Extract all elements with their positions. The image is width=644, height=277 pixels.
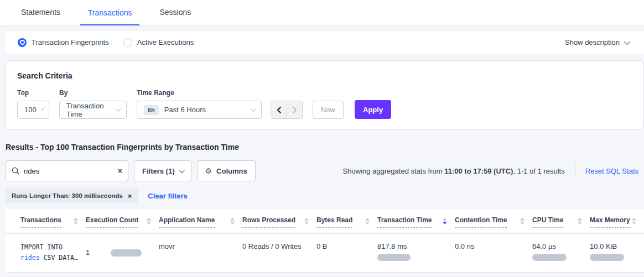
clear-search-icon[interactable]: × bbox=[118, 166, 122, 175]
column-header-execution-count[interactable]: Execution Count bbox=[86, 209, 159, 233]
sort-icon[interactable] bbox=[74, 218, 78, 224]
top-select-value: 100 bbox=[24, 106, 37, 114]
time-range-stepper bbox=[271, 101, 303, 119]
radio-transaction-fingerprints[interactable]: Transaction Fingerprints bbox=[18, 38, 109, 47]
cell-max-memory: 10.0 KiB bbox=[590, 234, 644, 272]
table-row: IMPORT INTO rides CSV DATA… 1 movr 0 Rea… bbox=[6, 234, 644, 273]
show-description-label: Show description bbox=[565, 38, 620, 46]
sort-icon[interactable] bbox=[147, 218, 151, 224]
filter-pill-runs-longer-than: Runs Longer Than: 300 milliseconds × bbox=[6, 189, 138, 203]
results-search-box: × bbox=[6, 160, 128, 181]
radio-label: Active Executions bbox=[137, 38, 194, 46]
columns-button-label: Columns bbox=[216, 167, 247, 175]
cell-execution-count: 1 bbox=[86, 234, 159, 272]
results-toolbar: × Filters (1) ⚙ Columns Showing aggregat… bbox=[6, 160, 638, 181]
filters-button[interactable]: Filters (1) bbox=[134, 160, 191, 181]
time-range-badge: 6h bbox=[144, 105, 159, 115]
tab-sessions[interactable]: Sessions bbox=[152, 1, 199, 25]
table-header-row: Transactions Execution Count Application… bbox=[6, 209, 644, 234]
chevron-down-icon bbox=[41, 107, 45, 111]
cell-application-name: movr bbox=[159, 234, 242, 272]
cell-rows-processed: 0 Reads / 0 Writes bbox=[242, 234, 316, 272]
column-header-max-memory[interactable]: Max Memory bbox=[590, 209, 644, 233]
time-range-label: Time Range bbox=[137, 89, 262, 97]
by-field: By Transaction Time bbox=[59, 89, 127, 119]
column-header-contention-time[interactable]: Contention Time bbox=[455, 209, 532, 233]
radio-active-executions[interactable]: Active Executions bbox=[123, 38, 194, 47]
transaction-time-bar bbox=[377, 254, 411, 261]
sql-activity-tabbar: Statements Transactions Sessions bbox=[0, 0, 644, 25]
cell-transaction-time: 817.8 ms bbox=[377, 234, 455, 272]
time-range-select[interactable]: 6h Past 6 Hours bbox=[137, 101, 262, 119]
by-select[interactable]: Transaction Time bbox=[59, 101, 127, 119]
column-header-rows-processed[interactable]: Rows Processed bbox=[242, 209, 316, 233]
radio-selected-icon bbox=[18, 38, 27, 47]
max-memory-bar bbox=[590, 254, 624, 261]
divider bbox=[575, 163, 575, 179]
chevron-down-icon bbox=[116, 107, 121, 112]
search-icon bbox=[12, 167, 19, 175]
sql-line-2: rides CSV DATA… bbox=[20, 253, 78, 263]
chevron-left-icon bbox=[277, 107, 282, 113]
execution-count-bar bbox=[111, 249, 142, 257]
time-range-field: Time Range 6h Past 6 Hours bbox=[137, 89, 262, 119]
search-criteria-card: Search Criteria Top 100 By Transaction T… bbox=[6, 60, 644, 129]
remove-filter-icon[interactable]: × bbox=[128, 192, 132, 200]
cell-contention-time: 0.0 ns bbox=[455, 234, 532, 272]
top-field: Top 100 bbox=[17, 89, 49, 119]
results-heading: Results - Top 100 Transaction Fingerprin… bbox=[6, 143, 644, 151]
tab-transactions[interactable]: Transactions bbox=[80, 2, 140, 25]
column-header-bytes-read[interactable]: Bytes Read bbox=[316, 209, 377, 233]
cell-transaction-fingerprint[interactable]: IMPORT INTO rides CSV DATA… bbox=[20, 234, 86, 272]
top-select[interactable]: 100 bbox=[17, 101, 49, 119]
results-table: Transactions Execution Count Application… bbox=[6, 209, 644, 273]
sort-icon[interactable] bbox=[230, 218, 235, 224]
search-match-highlight: rides bbox=[20, 254, 40, 262]
gear-icon: ⚙ bbox=[205, 166, 212, 175]
sort-icon-active-desc[interactable] bbox=[443, 218, 447, 224]
chevron-right-icon bbox=[292, 107, 297, 113]
sql-line-1: IMPORT INTO bbox=[20, 242, 78, 253]
next-time-window-button[interactable] bbox=[287, 101, 302, 118]
reset-sql-stats-link[interactable]: Reset SQL Stats bbox=[585, 167, 638, 175]
column-header-transaction-time[interactable]: Transaction Time bbox=[377, 209, 455, 233]
stats-summary-text: Showing aggregated stats from 11:00 to 1… bbox=[343, 167, 565, 175]
view-toggle-row: Transaction Fingerprints Active Executio… bbox=[6, 31, 644, 54]
now-button[interactable]: Now bbox=[313, 101, 344, 119]
sort-icon[interactable] bbox=[578, 218, 582, 224]
cell-cpu-time: 64.0 µs bbox=[532, 234, 590, 272]
column-header-transactions[interactable]: Transactions bbox=[20, 209, 86, 233]
cell-bytes-read: 0 B bbox=[316, 234, 377, 272]
columns-button[interactable]: ⚙ Columns bbox=[197, 160, 256, 181]
chevron-down-icon bbox=[179, 168, 184, 173]
search-input[interactable] bbox=[24, 167, 113, 175]
max-memory-value: 10.0 KiB bbox=[590, 242, 636, 250]
time-range-value: Past 6 Hours bbox=[164, 106, 245, 114]
search-criteria-title: Search Criteria bbox=[17, 71, 632, 80]
show-description-toggle[interactable]: Show description bbox=[565, 38, 629, 46]
sort-icon[interactable] bbox=[632, 218, 636, 224]
transaction-time-value: 817.8 ms bbox=[377, 242, 447, 250]
chevron-down-icon bbox=[624, 38, 630, 44]
column-header-cpu-time[interactable]: CPU Time bbox=[532, 209, 590, 233]
tab-statements[interactable]: Statements bbox=[13, 1, 68, 25]
radio-label: Transaction Fingerprints bbox=[32, 38, 109, 46]
clear-filters-link[interactable]: Clear filters bbox=[148, 192, 188, 200]
search-criteria-controls: Top 100 By Transaction Time Time Range 6… bbox=[17, 89, 632, 119]
sort-icon[interactable] bbox=[365, 218, 370, 224]
stats-summary-area: Showing aggregated stats from 11:00 to 1… bbox=[343, 163, 638, 179]
filter-pill-label: Runs Longer Than: 300 milliseconds bbox=[12, 192, 123, 199]
stats-time-window: 11:00 to 17:59 (UTC) bbox=[444, 167, 513, 175]
column-header-application-name[interactable]: Application Name bbox=[159, 209, 242, 233]
apply-button[interactable]: Apply bbox=[355, 100, 391, 119]
previous-time-window-button[interactable] bbox=[271, 101, 287, 118]
execution-count-value: 1 bbox=[86, 248, 90, 257]
sort-icon[interactable] bbox=[520, 218, 524, 224]
radio-unselected-icon bbox=[123, 38, 132, 47]
sort-icon[interactable] bbox=[304, 218, 309, 224]
by-label: By bbox=[59, 89, 127, 97]
view-radio-group: Transaction Fingerprints Active Executio… bbox=[18, 38, 194, 47]
active-filters-row: Runs Longer Than: 300 milliseconds × Cle… bbox=[6, 189, 644, 203]
filters-button-label: Filters (1) bbox=[142, 167, 175, 175]
top-label: Top bbox=[17, 89, 49, 97]
